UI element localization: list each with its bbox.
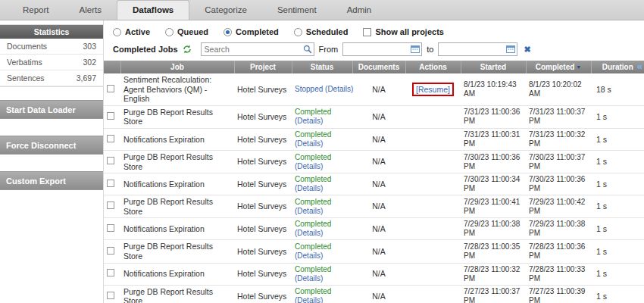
row-checkbox[interactable] bbox=[107, 157, 114, 164]
project-cell: Hotel Surveys bbox=[234, 240, 292, 263]
radio-icon bbox=[224, 28, 232, 36]
header-job[interactable]: Job bbox=[120, 61, 234, 73]
status-cell: Completed (Details) bbox=[292, 263, 352, 285]
details-link[interactable]: (Details) bbox=[295, 139, 323, 148]
calendar-icon[interactable] bbox=[506, 45, 515, 53]
clear-dates-icon[interactable]: ✖ bbox=[524, 45, 530, 55]
radio-queued[interactable]: Queued bbox=[165, 27, 208, 36]
search-input[interactable] bbox=[201, 42, 314, 56]
sidebar: Statistics Documents 303 Verbatims 302 S… bbox=[0, 20, 104, 303]
tab-sentiment[interactable]: Sentiment bbox=[262, 0, 332, 20]
row-checkbox[interactable] bbox=[107, 135, 114, 142]
row-checkbox[interactable] bbox=[107, 247, 114, 255]
started-cell: 7/30/23 11:00:36 PM bbox=[461, 150, 526, 173]
radio-icon bbox=[294, 28, 302, 36]
details-link[interactable]: (Details) bbox=[295, 296, 323, 303]
stat-value: 3,697 bbox=[77, 73, 96, 83]
row-checkbox[interactable] bbox=[107, 201, 114, 209]
documents-cell: N/A bbox=[352, 173, 405, 195]
status-cell: Stopped (Details) bbox=[292, 73, 352, 105]
documents-cell: N/A bbox=[352, 263, 405, 285]
table-row: Purge DB Report Results Store Hotel Surv… bbox=[104, 150, 644, 173]
checkbox-cell bbox=[104, 73, 120, 105]
stat-label: Documents bbox=[7, 42, 47, 51]
row-checkbox[interactable] bbox=[107, 269, 114, 276]
table-header-row: Job Project Status Documents Actions Sta… bbox=[104, 61, 644, 73]
job-cell: Purge DB Report Results Store bbox=[120, 195, 234, 218]
row-checkbox[interactable] bbox=[107, 180, 114, 187]
details-link[interactable]: (Details) bbox=[295, 251, 323, 260]
force-disconnect-button[interactable]: Force Disconnect bbox=[0, 136, 103, 155]
stat-verbatims: Verbatims 302 bbox=[0, 55, 103, 70]
tab-alerts[interactable]: Alerts bbox=[64, 0, 117, 20]
started-cell: 7/28/23 11:00:32 PM bbox=[461, 263, 526, 285]
header-duration[interactable]: Duration bbox=[591, 61, 644, 73]
status-text: Completed bbox=[295, 242, 349, 251]
project-cell: Hotel Surveys bbox=[234, 128, 292, 150]
documents-cell: N/A bbox=[352, 73, 405, 105]
completed-cell: 7/31/23 11:00:37 PM bbox=[526, 105, 591, 128]
table-row: Notifications Expiration Hotel Surveys C… bbox=[104, 218, 644, 240]
completed-jobs-title: Completed Jobs bbox=[113, 45, 178, 54]
details-link[interactable]: (Details) bbox=[295, 274, 323, 283]
status-text: Completed bbox=[295, 175, 349, 184]
row-checkbox[interactable] bbox=[107, 85, 114, 92]
details-link[interactable]: (Details) bbox=[295, 184, 323, 192]
header-completed[interactable]: Completed▼ bbox=[526, 61, 591, 73]
show-all-projects-checkbox[interactable]: Show all projects bbox=[363, 27, 443, 36]
tab-admin[interactable]: Admin bbox=[332, 0, 387, 20]
details-link[interactable]: (Details) bbox=[295, 162, 323, 170]
row-checkbox[interactable] bbox=[107, 112, 114, 120]
details-link[interactable]: (Details) bbox=[295, 117, 323, 125]
radio-label: Completed bbox=[236, 27, 279, 36]
job-cell: Notifications Expiration bbox=[120, 218, 234, 240]
status-text: Completed bbox=[295, 198, 349, 207]
header-actions[interactable]: Actions bbox=[405, 61, 461, 73]
custom-export-button[interactable]: Custom Export bbox=[0, 171, 103, 190]
started-cell: 7/27/23 11:00:37 PM bbox=[461, 285, 526, 303]
project-cell: Hotel Surveys bbox=[234, 73, 292, 105]
status-text: Completed bbox=[295, 220, 349, 229]
tab-report[interactable]: Report bbox=[8, 0, 64, 20]
details-link[interactable]: (Details) bbox=[325, 85, 353, 93]
details-link[interactable]: (Details) bbox=[295, 207, 323, 215]
collapse-columns-icon[interactable]: « bbox=[637, 61, 642, 72]
calendar-icon[interactable] bbox=[411, 45, 420, 53]
tab-categorize[interactable]: Categorize bbox=[189, 0, 262, 20]
table-row: Notifications Expiration Hotel Surveys C… bbox=[104, 263, 644, 285]
checkbox-cell bbox=[104, 150, 120, 173]
stat-value: 303 bbox=[83, 42, 96, 51]
started-cell: 7/29/23 11:00:38 PM bbox=[461, 218, 526, 240]
header-documents[interactable]: Documents bbox=[352, 61, 405, 73]
sort-desc-icon: ▼ bbox=[576, 64, 581, 70]
job-cell: Purge DB Report Results Store bbox=[120, 240, 234, 263]
actions-cell bbox=[405, 240, 461, 263]
statistics-panel: Statistics Documents 303 Verbatims 302 S… bbox=[0, 24, 103, 87]
statistics-title: Statistics bbox=[0, 25, 103, 39]
header-started[interactable]: Started bbox=[461, 61, 526, 73]
search-icon[interactable] bbox=[303, 45, 312, 54]
refresh-icon[interactable] bbox=[183, 45, 192, 54]
top-nav: Report Alerts Dataflows Categorize Senti… bbox=[0, 0, 644, 20]
duration-cell: 1 s bbox=[591, 218, 644, 240]
actions-cell bbox=[405, 150, 461, 173]
header-project[interactable]: Project bbox=[234, 61, 292, 73]
status-text: Completed bbox=[295, 108, 349, 117]
status-text: Completed bbox=[295, 130, 349, 139]
to-label: to bbox=[427, 45, 433, 54]
row-checkbox[interactable] bbox=[107, 292, 114, 299]
resume-link[interactable]: [Resume] bbox=[414, 84, 452, 95]
from-label: From bbox=[319, 45, 339, 54]
table-row: Purge DB Report Results Store Hotel Surv… bbox=[104, 285, 644, 303]
started-cell: 7/29/23 11:00:41 PM bbox=[461, 195, 526, 218]
radio-completed[interactable]: Completed bbox=[224, 27, 279, 36]
tab-dataflows[interactable]: Dataflows bbox=[117, 0, 189, 20]
checkbox-label: Show all projects bbox=[375, 27, 443, 36]
details-link[interactable]: (Details) bbox=[295, 229, 323, 237]
start-data-loader-button[interactable]: Start Data Loader bbox=[0, 100, 103, 119]
radio-scheduled[interactable]: Scheduled bbox=[294, 27, 349, 36]
duration-cell: 1 s bbox=[591, 285, 644, 303]
header-status[interactable]: Status bbox=[292, 61, 352, 73]
radio-active[interactable]: Active bbox=[113, 27, 150, 36]
row-checkbox[interactable] bbox=[107, 224, 114, 232]
